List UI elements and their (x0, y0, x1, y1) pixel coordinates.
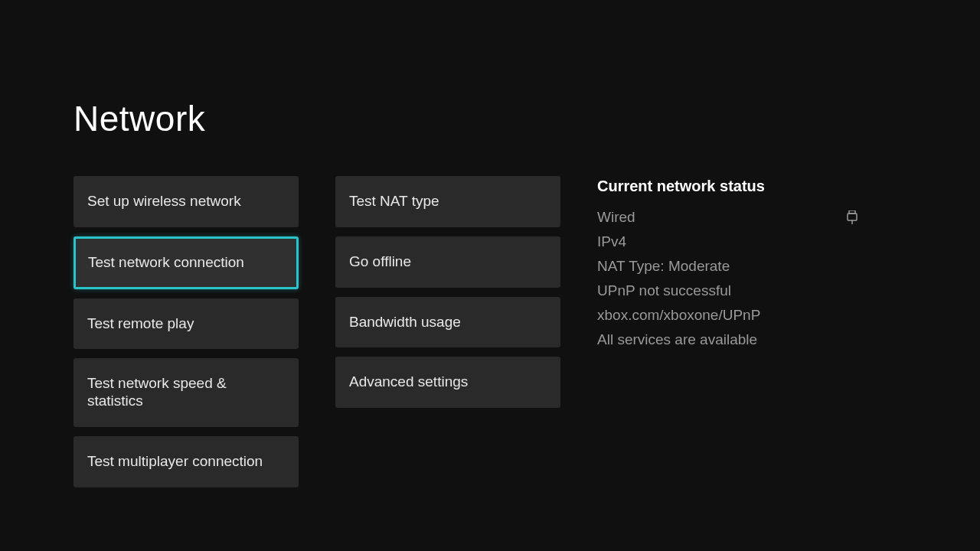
network-status-heading: Current network status (597, 178, 858, 195)
advanced-settings-button[interactable]: Advanced settings (335, 357, 560, 408)
mid-button-column: Test NAT type Go offline Bandwidth usage… (335, 176, 560, 487)
network-status-panel: Current network status Wired IPv4 NAT Ty… (597, 176, 858, 487)
status-services: All services are available (597, 331, 858, 348)
wired-icon (847, 210, 858, 224)
go-offline-button[interactable]: Go offline (335, 236, 560, 288)
test-network-connection-button[interactable]: Test network connection (74, 236, 299, 289)
status-connection-type: Wired (597, 209, 858, 226)
set-up-wireless-network-button[interactable]: Set up wireless network (74, 176, 299, 227)
test-remote-play-button[interactable]: Test remote play (74, 298, 299, 350)
network-settings-page: Network Set up wireless network Test net… (0, 0, 980, 487)
page-title: Network (74, 98, 906, 139)
left-button-column: Set up wireless network Test network con… (74, 176, 299, 487)
settings-columns: Set up wireless network Test network con… (74, 176, 906, 487)
status-connection-type-label: Wired (597, 209, 635, 226)
test-nat-type-button[interactable]: Test NAT type (335, 176, 560, 227)
bandwidth-usage-button[interactable]: Bandwidth usage (335, 297, 560, 348)
status-nat-type: NAT Type: Moderate (597, 258, 858, 275)
status-upnp: UPnP not successful (597, 282, 858, 299)
status-upnp-link: xbox.com/xboxone/UPnP (597, 307, 858, 324)
test-network-speed-button[interactable]: Test network speed & statistics (74, 358, 299, 427)
svg-rect-1 (848, 214, 857, 220)
status-ip-version: IPv4 (597, 233, 858, 250)
test-multiplayer-connection-button[interactable]: Test multiplayer connection (74, 436, 299, 487)
